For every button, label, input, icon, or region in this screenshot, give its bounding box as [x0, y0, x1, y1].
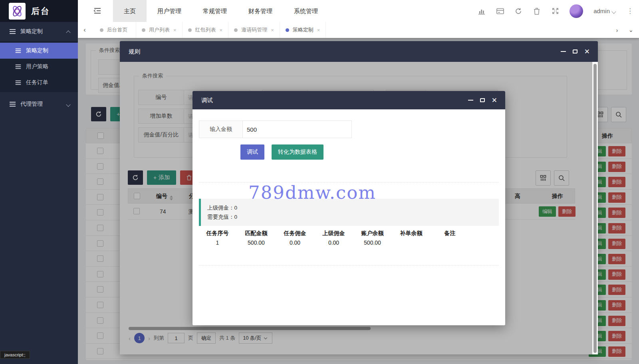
sidebar-submenu: 策略定制 用户策略 任务订单 — [0, 41, 78, 92]
refresh-icon[interactable] — [514, 7, 522, 15]
sidebar-group-strategy[interactable]: 策略定制 — [0, 22, 78, 41]
debug-modal-title: 调试 — [201, 97, 213, 104]
tab-bar: ‹ 后台首页用户列表×红包列表×邀请码管理×策略定制× › ⌄ — [78, 22, 639, 38]
topnav-finance-mgmt[interactable]: 财务管理 — [238, 0, 283, 22]
logo-bar: 后台 — [0, 0, 78, 22]
fullscreen-icon[interactable] — [551, 7, 559, 15]
result-column-header: 账户余额 — [353, 228, 392, 238]
tab-label: 策略定制 — [293, 26, 314, 34]
tabs: 后台首页用户列表×红包列表×邀请码管理×策略定制× — [91, 22, 326, 38]
rule-modal-title: 规则 — [129, 48, 140, 55]
tab-用户列表[interactable]: 用户列表× — [136, 22, 183, 38]
tabs-scroll-left-icon[interactable]: ‹ — [78, 26, 91, 34]
tab-close-icon[interactable]: × — [271, 27, 274, 33]
sidebar-group-label: 代理管理 — [20, 101, 43, 108]
amount-input[interactable] — [243, 121, 352, 138]
avatar[interactable] — [570, 4, 583, 18]
top-navigation: 主页 用户管理 常规管理 财务管理 系统管理 — [113, 0, 329, 22]
tab-status-dot — [100, 28, 103, 32]
debug-modal-titlebar[interactable]: 调试 ✕ — [192, 91, 505, 109]
chevron-down-icon — [67, 102, 71, 106]
tab-label: 邀请码管理 — [241, 26, 267, 34]
sidebar-item-task-order[interactable]: 任务订单 — [0, 75, 78, 91]
sidebar: 后台 策略定制 策略定制 用户策略 任务订单 代理管理 — [0, 0, 78, 364]
tab-红包列表[interactable]: 红包列表× — [183, 22, 229, 38]
tab-策略定制[interactable]: 策略定制× — [280, 22, 326, 38]
sidebar-item-user-strategy[interactable]: 用户策略 — [0, 59, 78, 75]
topnav-system-mgmt[interactable]: 系统管理 — [283, 0, 329, 22]
result-column-header: 匹配金额 — [237, 228, 276, 238]
watermark: 789dmw.com — [224, 182, 400, 203]
divider — [199, 265, 499, 265]
username-label: admin — [593, 8, 610, 14]
tab-close-icon[interactable]: × — [317, 27, 320, 33]
vertical-scrollbar[interactable] — [592, 62, 598, 354]
user-menu[interactable]: admin — [593, 8, 616, 14]
topnav-general-mgmt[interactable]: 常规管理 — [192, 0, 238, 22]
result-column-header: 补单余额 — [392, 228, 431, 238]
trash-icon[interactable] — [533, 7, 541, 15]
content-area: 条件搜索 编号 佣金值/百分比 +添加 删除 操作 — [78, 38, 639, 364]
tab-status-dot — [234, 28, 238, 32]
debug-modal-body: 输入金额 调试 转化为数据表格 789dmw.com 上级佣金：0 需要充值：0… — [192, 109, 505, 325]
list-icon — [10, 29, 16, 34]
sidebar-group-label: 策略定制 — [20, 28, 43, 35]
result-column-header: 任务序号 — [198, 228, 237, 238]
app-title: 后台 — [31, 6, 50, 17]
sidebar-group-agent[interactable]: 代理管理 — [0, 95, 78, 114]
result-cell: 0.00 — [276, 238, 314, 247]
browser-status-bar: javascript:; — [0, 351, 30, 359]
tab-label: 后台首页 — [107, 26, 128, 34]
result-cell — [392, 238, 431, 247]
close-icon[interactable]: ✕ — [492, 97, 497, 104]
summary-line: 需要充值：0 — [207, 212, 492, 222]
result-cell: 1 — [198, 238, 237, 247]
minimize-icon[interactable] — [468, 100, 473, 101]
topnav-user-mgmt[interactable]: 用户管理 — [147, 0, 192, 22]
tabs-scroll-right-icon[interactable]: › — [616, 27, 618, 34]
more-menu-icon[interactable]: ⋮ — [627, 8, 633, 14]
list-icon — [16, 49, 21, 53]
close-icon[interactable]: ✕ — [584, 48, 590, 55]
chevron-down-icon — [612, 9, 616, 13]
minimize-icon[interactable] — [561, 51, 566, 52]
tabs-menu-icon[interactable]: ⌄ — [628, 26, 633, 34]
tab-邀请码管理[interactable]: 邀请码管理× — [228, 22, 280, 38]
tab-label: 红包列表 — [195, 26, 216, 34]
maximize-icon[interactable] — [573, 49, 577, 53]
tab-close-icon[interactable]: × — [173, 27, 177, 33]
sidebar-item-label: 用户策略 — [26, 63, 48, 70]
result-cell: 500.00 — [353, 238, 392, 247]
list-icon — [16, 65, 21, 69]
result-table-data-row: 1500.000.000.00500.00 — [198, 238, 500, 247]
result-cell: 500.00 — [237, 238, 276, 247]
result-column-header: 任务佣金 — [276, 228, 314, 238]
list-icon — [10, 102, 16, 107]
summary-line: 上级佣金：0 — [207, 203, 492, 212]
maximize-icon[interactable] — [480, 98, 485, 102]
card-icon[interactable] — [496, 7, 504, 15]
tab-label: 用户列表 — [149, 26, 170, 34]
debug-modal: 调试 ✕ 输入金额 调试 转化为数据表格 789dmw.com 上级佣金：0 需… — [192, 91, 505, 325]
scrollbar-thumb[interactable] — [593, 64, 597, 353]
result-table-header-row: 任务序号匹配金额任务佣金上级佣金账户余额补单余额备注 — [198, 228, 500, 238]
sidebar-item-strategy-custom[interactable]: 策略定制 — [0, 43, 78, 59]
amount-label: 输入金额 — [199, 121, 243, 138]
collapse-sidebar-icon[interactable] — [93, 6, 102, 15]
sidebar-item-label: 策略定制 — [26, 47, 48, 54]
sidebar-item-label: 任务订单 — [26, 79, 48, 86]
topnav-home[interactable]: 主页 — [113, 0, 147, 22]
convert-to-table-button[interactable]: 转化为数据表格 — [272, 144, 323, 160]
tab-后台首页[interactable]: 后台首页 — [91, 22, 136, 38]
tab-status-dot — [286, 28, 289, 32]
app-logo-icon — [9, 3, 26, 20]
chevron-up-icon — [67, 30, 71, 34]
tab-status-dot — [188, 28, 192, 32]
tab-close-icon[interactable]: × — [220, 27, 223, 33]
rule-modal-titlebar[interactable]: 规则 ✕ — [120, 41, 598, 62]
tab-status-dot — [142, 28, 145, 32]
result-cell — [431, 238, 469, 247]
chart-icon[interactable] — [478, 7, 486, 15]
result-column-header: 备注 — [431, 228, 469, 238]
debug-run-button[interactable]: 调试 — [240, 144, 264, 160]
